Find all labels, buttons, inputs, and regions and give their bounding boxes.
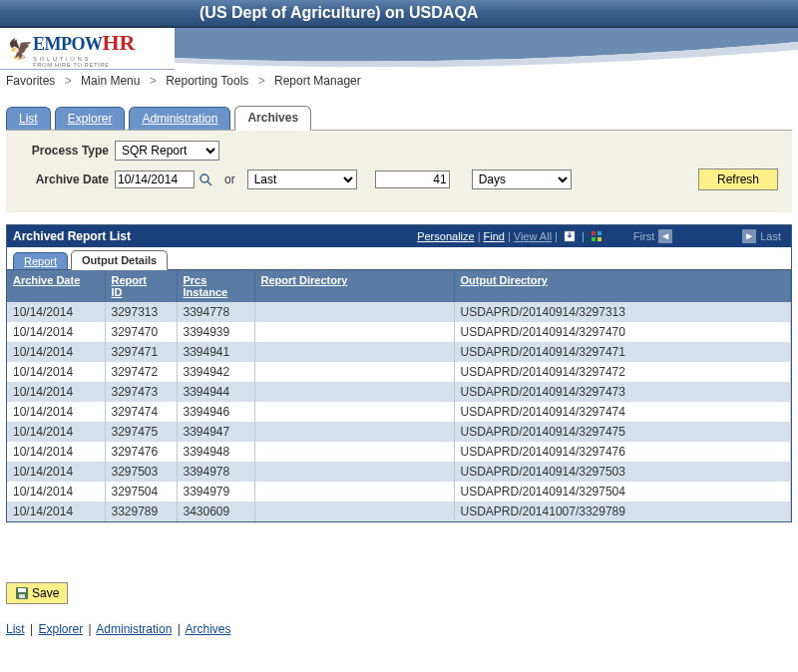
archive-date-label: Archive Date	[20, 172, 115, 186]
page-tabs: List Explorer Administration Archives	[6, 106, 798, 130]
header-swoosh	[175, 28, 798, 70]
cell-rdir	[254, 462, 454, 482]
cell-report_id: 3329789	[105, 502, 177, 521]
date-lookup-icon[interactable]	[199, 172, 212, 186]
col-report-directory[interactable]: Report Directory	[254, 270, 454, 302]
grid-title: Archived Report List	[13, 229, 131, 243]
cell-prcs: 3394939	[177, 322, 254, 342]
banner-text: (US Dept of Agriculture) on USDAQA	[200, 4, 478, 21]
last-nav[interactable]: Last	[756, 230, 785, 242]
cell-odir: USDAPRD/20140914/3297475	[454, 422, 791, 442]
cell-archive_date: 10/14/2014	[7, 462, 105, 482]
cell-archive_date: 10/14/2014	[7, 322, 105, 342]
svg-rect-3	[592, 231, 596, 235]
grid-inner-tabs: Report Output Details	[7, 247, 791, 270]
tab-archives[interactable]: Archives	[234, 106, 311, 131]
cell-rdir	[254, 482, 454, 502]
first-nav[interactable]: First	[629, 230, 658, 242]
cell-report_id: 3297313	[105, 302, 177, 322]
prev-arrow-icon[interactable]: ◄	[658, 229, 672, 243]
inner-tab-report[interactable]: Report	[13, 252, 68, 269]
col-report-id[interactable]: ReportID	[105, 270, 177, 302]
inner-tab-output-details[interactable]: Output Details	[71, 250, 168, 270]
process-type-label: Process Type	[20, 144, 115, 158]
table-row: 10/14/201432974743394946USDAPRD/20140914…	[7, 402, 791, 422]
tab-list[interactable]: List	[6, 107, 51, 130]
cell-archive_date: 10/14/2014	[7, 442, 105, 462]
crumb-reporting-tools[interactable]: Reporting Tools	[166, 74, 248, 88]
logo-text-empow: EMPOW	[33, 34, 103, 54]
cell-archive_date: 10/14/2014	[7, 422, 105, 442]
grid-actions: Personalize | Find | View All | | First …	[417, 229, 785, 243]
table-row: 10/14/201432974713394941USDAPRD/20140914…	[7, 342, 791, 362]
cell-rdir	[254, 342, 454, 362]
personalize-link[interactable]: Personalize	[417, 230, 474, 242]
footer-link-list[interactable]: List	[6, 622, 25, 636]
logo-sub-2: FROM HIRE TO RETIRE	[33, 62, 136, 68]
svg-rect-4	[598, 231, 601, 235]
table-row: 10/14/201432974703394939USDAPRD/20140914…	[7, 322, 791, 342]
cell-odir: USDAPRD/20140914/3297474	[454, 402, 791, 422]
table-row: 10/14/201433297893430609USDAPRD/20141007…	[7, 502, 791, 521]
chevron-right-icon: >	[252, 74, 271, 88]
bottom-links: List | Explorer | Administration | Archi…	[6, 622, 792, 636]
cell-archive_date: 10/14/2014	[7, 402, 105, 422]
cell-archive_date: 10/14/2014	[7, 362, 105, 382]
view-all-link[interactable]: View All	[514, 230, 552, 242]
cell-rdir	[254, 382, 454, 402]
footer-link-explorer[interactable]: Explorer	[39, 622, 84, 636]
next-arrow-icon[interactable]: ►	[742, 229, 756, 243]
tab-explorer[interactable]: Explorer	[55, 107, 126, 130]
crumb-favorites[interactable]: Favorites	[6, 74, 55, 88]
cell-report_id: 3297475	[105, 422, 177, 442]
cell-report_id: 3297474	[105, 402, 177, 422]
cell-report_id: 3297504	[105, 482, 177, 502]
cell-odir: USDAPRD/20141007/3329789	[454, 502, 791, 521]
cell-archive_date: 10/14/2014	[7, 302, 105, 322]
save-button[interactable]: Save	[6, 582, 68, 604]
cell-odir: USDAPRD/20140914/3297473	[454, 382, 791, 402]
cell-report_id: 3297472	[105, 362, 177, 382]
cell-rdir	[254, 442, 454, 462]
download-icon[interactable]	[563, 229, 577, 243]
table-row: 10/14/201432975033394978USDAPRD/20140914…	[7, 462, 791, 482]
cell-prcs: 3430609	[177, 502, 254, 521]
cell-odir: USDAPRD/20140914/3297313	[454, 302, 791, 322]
archive-date-input[interactable]	[115, 170, 195, 188]
unit-select[interactable]: Days	[472, 169, 572, 189]
cell-rdir	[254, 422, 454, 442]
tab-administration[interactable]: Administration	[129, 107, 230, 130]
disk-icon	[15, 586, 29, 600]
last-select[interactable]: Last	[247, 169, 357, 189]
cell-report_id: 3297471	[105, 342, 177, 362]
find-link[interactable]: Find	[484, 230, 505, 242]
cell-rdir	[254, 362, 454, 382]
crumb-main-menu[interactable]: Main Menu	[81, 74, 140, 88]
table-row: 10/14/201432974753394947USDAPRD/20140914…	[7, 422, 791, 442]
cell-report_id: 3297503	[105, 462, 177, 482]
svg-rect-8	[18, 588, 26, 592]
col-output-directory[interactable]: Output Directory	[454, 270, 791, 302]
svg-rect-6	[598, 237, 601, 241]
count-input[interactable]	[375, 170, 450, 188]
process-type-select[interactable]: SQR Report	[115, 141, 219, 161]
cell-odir: USDAPRD/20140914/3297472	[454, 362, 791, 382]
col-prcs-instance[interactable]: PrcsInstance	[177, 270, 254, 302]
cell-archive_date: 10/14/2014	[7, 502, 105, 521]
svg-rect-5	[592, 237, 596, 241]
svg-rect-9	[19, 594, 25, 598]
breadcrumb: Favorites > Main Menu > Reporting Tools …	[0, 70, 798, 106]
cell-prcs: 3394946	[177, 402, 254, 422]
cell-report_id: 3297473	[105, 382, 177, 402]
footer-link-administration[interactable]: Administration	[96, 622, 172, 636]
col-archive-date[interactable]: Archive Date	[7, 270, 105, 302]
table-row: 10/14/201432974733394944USDAPRD/20140914…	[7, 382, 791, 402]
refresh-button[interactable]: Refresh	[698, 168, 778, 190]
crumb-report-manager[interactable]: Report Manager	[274, 74, 361, 88]
logo-text-hr: HR	[103, 30, 136, 55]
footer-link-archives[interactable]: Archives	[186, 622, 231, 636]
grid-settings-icon[interactable]	[590, 229, 603, 243]
cell-prcs: 3394941	[177, 342, 254, 362]
table-row: 10/14/201432974723394942USDAPRD/20140914…	[7, 362, 791, 382]
logo: 🦅 EMPOWHR S O L U T I O N S FROM HIRE TO…	[0, 30, 175, 68]
